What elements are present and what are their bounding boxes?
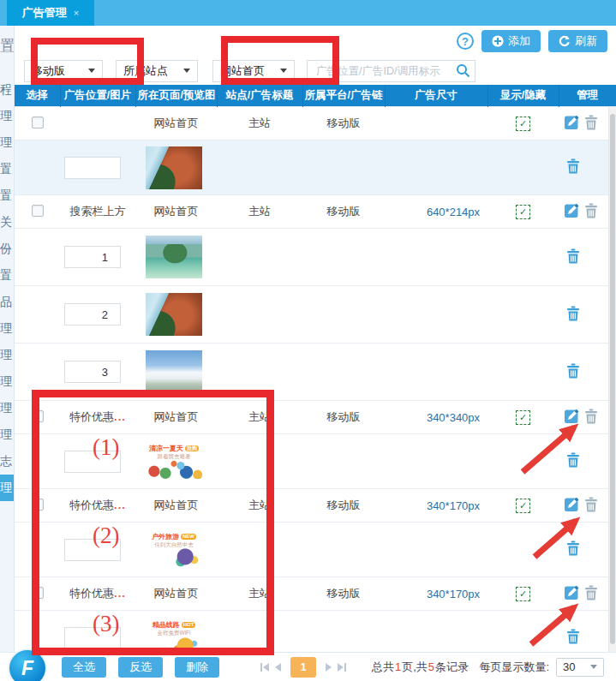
delete-icon[interactable] xyxy=(566,158,580,176)
filter-bar: 移动版 所属站点 网站首页 xyxy=(15,57,616,85)
site-cell: 主站 xyxy=(217,107,302,140)
sidebar-item-12[interactable]: 理 xyxy=(0,342,14,368)
tab-ad-management[interactable]: 广告管理 × xyxy=(7,0,94,26)
row-select-checkbox[interactable] xyxy=(32,587,44,599)
per-page-select[interactable]: 30 xyxy=(556,658,604,677)
invert-select-button[interactable]: 反选 xyxy=(118,657,163,678)
table-row-11: 特价优惠...网站首页主站移动版340*170px✓ xyxy=(15,577,616,611)
delete-icon[interactable] xyxy=(584,585,598,603)
col-select: 选择 xyxy=(15,85,60,107)
ad-preview-thumbnail[interactable] xyxy=(146,236,202,278)
sidebar-item-14[interactable]: 理 xyxy=(0,395,14,421)
delete-icon[interactable] xyxy=(566,248,580,266)
col-position: 广告位置/图片 xyxy=(60,85,135,107)
sidebar-item-2[interactable]: 程 xyxy=(0,76,14,103)
delete-button[interactable]: 删除 xyxy=(175,657,219,678)
ad-preview-thumbnail[interactable]: 户外旅游NEW住到大自然中去 xyxy=(146,529,202,571)
row-select-checkbox[interactable] xyxy=(32,205,44,217)
table-row-8: (1)清凉一夏天抢购跟着我去避暑 xyxy=(15,434,616,489)
site-select[interactable]: 所属站点 xyxy=(116,60,198,82)
delete-icon[interactable] xyxy=(584,409,598,427)
ad-management-window: 广告管理 × 置程理理置置关份置品理理理理理志理 ? 添加 刷新 移动版 xyxy=(0,0,616,681)
prev-page-button[interactable] xyxy=(275,663,281,672)
sidebar-item-6[interactable]: 置 xyxy=(0,182,14,209)
page-select[interactable]: 网站首页 xyxy=(212,60,295,82)
table-row-4 xyxy=(15,229,616,286)
last-page-button[interactable] xyxy=(338,663,346,672)
tab-close-icon[interactable]: × xyxy=(74,8,79,18)
sort-order-input[interactable] xyxy=(64,361,121,383)
refresh-icon xyxy=(559,35,571,47)
site-cell: 主站 xyxy=(217,577,302,611)
sidebar-item-17[interactable]: 理 xyxy=(0,475,14,501)
add-button[interactable]: 添加 xyxy=(481,30,541,52)
edit-icon[interactable] xyxy=(564,496,580,515)
delete-icon[interactable] xyxy=(566,306,580,324)
visibility-toggle-icon[interactable]: ✓ xyxy=(516,499,530,513)
sidebar-item-3[interactable]: 理 xyxy=(0,103,14,129)
sidebar-item-11[interactable]: 理 xyxy=(0,315,14,342)
delete-icon[interactable] xyxy=(584,115,598,133)
first-page-button[interactable] xyxy=(260,663,269,672)
row-select-checkbox[interactable] xyxy=(32,499,44,511)
sort-order-input[interactable] xyxy=(64,246,121,268)
visibility-toggle-icon[interactable]: ✓ xyxy=(516,205,530,219)
ads-table: 选择 广告位置/图片 所在页面/预览图 站点/广告标题 所属平台/广告链 广告尺… xyxy=(15,85,616,665)
vertical-scrollbar[interactable] xyxy=(608,107,616,653)
delete-icon[interactable] xyxy=(584,203,598,221)
ad-position-cell: 搜索栏上方 xyxy=(60,195,135,229)
row-select-checkbox[interactable] xyxy=(32,410,44,422)
ad-preview-thumbnail[interactable]: 清凉一夏天抢购跟着我去避暑 xyxy=(146,440,202,483)
help-icon[interactable]: ? xyxy=(457,33,474,50)
next-page-button[interactable] xyxy=(326,663,332,672)
ad-preview-thumbnail[interactable] xyxy=(146,146,202,189)
scrollbar-thumb[interactable] xyxy=(610,114,615,644)
next-page-icon xyxy=(326,663,332,672)
sidebar-item-8[interactable]: 份 xyxy=(0,236,14,262)
sidebar-item-5[interactable]: 置 xyxy=(0,156,14,182)
visibility-toggle-icon[interactable]: ✓ xyxy=(516,410,530,425)
delete-icon[interactable] xyxy=(566,629,580,647)
platform-select[interactable]: 移动版 xyxy=(24,60,103,82)
sidebar-item-7[interactable]: 关 xyxy=(0,209,14,236)
delete-icon[interactable] xyxy=(566,363,580,381)
platform-cell: 移动版 xyxy=(302,195,385,229)
sidebar-item-13[interactable]: 理 xyxy=(0,368,14,395)
sidebar-item-16[interactable]: 志 xyxy=(0,448,14,475)
delete-icon[interactable] xyxy=(584,497,598,515)
sidebar-item-9[interactable]: 置 xyxy=(0,262,14,289)
sort-order-input[interactable] xyxy=(64,157,121,179)
table-row-5 xyxy=(15,286,616,343)
ad-position-cell: 特价优惠... xyxy=(60,577,135,611)
search-box xyxy=(307,60,475,82)
edit-icon[interactable] xyxy=(564,202,580,221)
refresh-button[interactable]: 刷新 xyxy=(548,30,607,52)
current-page-button[interactable]: 1 xyxy=(290,657,316,678)
row-select-checkbox[interactable] xyxy=(32,116,44,128)
main-panel: ? 添加 刷新 移动版 所属站点 xyxy=(15,26,616,681)
ad-preview-thumbnail[interactable] xyxy=(146,293,202,336)
search-icon[interactable] xyxy=(456,63,470,78)
ad-size-cell: 640*214px xyxy=(385,195,487,229)
last-page-icon xyxy=(338,663,344,672)
edit-icon[interactable] xyxy=(564,584,580,603)
select-all-button[interactable]: 全选 xyxy=(62,657,106,678)
footer-bar: F 全选 反选 删除 1 总共1页,共5条记录 每页显示数量: 30 xyxy=(0,652,616,681)
ad-illustration xyxy=(146,460,202,479)
sidebar-item-15[interactable]: 理 xyxy=(0,421,14,448)
total-pages-count: 1 xyxy=(395,660,401,673)
page-cell: 网站首页 xyxy=(135,195,217,229)
sidebar-item-10[interactable]: 品 xyxy=(0,289,14,315)
search-input[interactable] xyxy=(314,64,456,78)
delete-icon[interactable] xyxy=(566,452,580,470)
delete-icon[interactable] xyxy=(566,541,580,559)
sort-order-input[interactable] xyxy=(64,303,121,326)
edit-icon[interactable] xyxy=(564,114,580,133)
edit-icon[interactable] xyxy=(564,408,580,427)
sidebar-item-1[interactable]: 置 xyxy=(0,33,14,59)
visibility-toggle-icon[interactable]: ✓ xyxy=(516,587,530,601)
page-cell: 网站首页 xyxy=(135,401,217,434)
ad-preview-thumbnail[interactable] xyxy=(146,350,202,393)
visibility-toggle-icon[interactable]: ✓ xyxy=(516,116,530,131)
sidebar-item-4[interactable]: 理 xyxy=(0,129,14,156)
